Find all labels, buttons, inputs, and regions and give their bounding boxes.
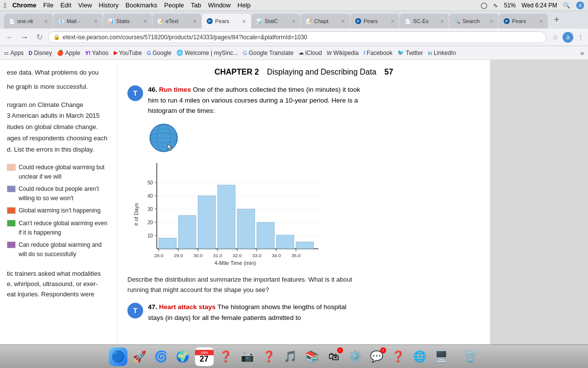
bookmark-wikipedia[interactable]: W Wikipedia	[327, 50, 359, 56]
forward-button[interactable]: →	[19, 33, 30, 42]
legend-color-1	[7, 164, 16, 171]
chapter-header: CHAPTER 2 Displaying and Describing Data…	[127, 68, 480, 77]
bar-1	[159, 238, 176, 249]
back-button[interactable]: ←	[4, 33, 16, 42]
dock-music[interactable]: 🎵	[281, 347, 300, 366]
dock-appstore[interactable]: 🛍 1	[324, 347, 343, 366]
tab-label: Pears	[364, 18, 378, 24]
description-body: Describe the distribution and summarize …	[127, 276, 352, 293]
account-icon[interactable]: a	[563, 32, 573, 43]
bookmark-linkedin[interactable]: in LinkedIn	[428, 50, 456, 56]
tab-etext[interactable]: 📝 eText ✕	[152, 14, 201, 28]
tabbar: 📄 one.nk ✕ 📧 Mail - ✕ 📊 Statis ✕ 📝 eText…	[0, 11, 588, 28]
tab-sc[interactable]: 📄 SC-Ex ✕	[400, 14, 449, 28]
svg-text:28.0: 28.0	[154, 253, 164, 258]
tab-close[interactable]: ✕	[440, 19, 444, 24]
bookmark-label: Google Translate	[248, 50, 293, 56]
bookmark-apps[interactable]: ⚏ Apps	[4, 50, 24, 56]
tab-statc[interactable]: 📊 StatC ✕	[251, 14, 300, 28]
notes-icon: ❓	[219, 350, 232, 363]
refresh-button[interactable]: ↻	[33, 32, 45, 42]
svg-text:30.0: 30.0	[194, 253, 203, 258]
dock-messages[interactable]: 💬 2	[368, 347, 386, 366]
tab-pearson2[interactable]: P Pears ✕	[350, 14, 399, 28]
tab-close[interactable]: ✕	[94, 19, 98, 24]
tab-pearson-active[interactable]: P Pears ✕	[202, 14, 251, 28]
tab-close[interactable]: ✕	[292, 19, 295, 24]
bookmark-label: LinkedIn	[434, 50, 456, 56]
tab-chapt[interactable]: 📝 Chapt ✕	[301, 14, 350, 28]
dock-launchpad[interactable]: 🚀	[130, 347, 149, 366]
bookmark-facebook[interactable]: f Facebook	[364, 50, 392, 56]
histogram-container: # of Days 10 20	[132, 158, 480, 273]
dock-notes[interactable]: ❓	[217, 347, 235, 366]
dock-twitter-app[interactable]: 🌍	[173, 347, 192, 366]
menu-view[interactable]: View	[78, 1, 92, 9]
bookmark-mysinc[interactable]: 🌐 Welcome | mySinc...	[176, 50, 238, 56]
dock-sysprefs[interactable]: ⚙️	[346, 347, 365, 366]
tab-close[interactable]: ✕	[44, 19, 48, 24]
problem-47-icon: T	[127, 303, 143, 318]
star-icon[interactable]: ☆	[552, 33, 559, 41]
url-input[interactable]: 🔒 etext-ise.pearson.com/courses/5718200/…	[48, 31, 546, 43]
description-text: Describe the distribution and summarize …	[127, 275, 363, 295]
bookmark-icloud[interactable]: ☁ iCloud	[298, 50, 322, 56]
menu-dots-icon[interactable]: ⋮	[577, 33, 584, 41]
bar-5	[237, 209, 255, 249]
dock-calendar[interactable]: JAN 27	[195, 347, 214, 366]
menu-bookmarks[interactable]: Bookmarks	[125, 1, 157, 9]
dock-books[interactable]: 📚	[303, 347, 321, 366]
svg-text:31.0: 31.0	[213, 253, 222, 258]
dock-help2[interactable]: ❓	[389, 347, 408, 366]
tab-statis[interactable]: 📊 Statis ✕	[103, 14, 152, 28]
tab-pearson3[interactable]: P Pears ✕	[499, 14, 548, 28]
help2-icon: ❓	[392, 350, 405, 363]
tab-close[interactable]: ✕	[143, 19, 147, 24]
dock-desktop[interactable]: 🖥️	[432, 347, 451, 366]
bookmark-disney[interactable]: D Disney	[28, 50, 52, 56]
bookmark-yahoo[interactable]: Y! Yahoo	[85, 50, 109, 56]
bookmark-translate[interactable]: G Google Translate	[243, 50, 294, 56]
bookmark-label: Disney	[34, 50, 52, 56]
bookmark-youtube[interactable]: ▶ YouTube	[114, 50, 142, 56]
user-icon[interactable]: a	[576, 1, 584, 9]
menu-file[interactable]: File	[43, 1, 53, 9]
tab-mail[interactable]: 📧 Mail - ✕	[53, 14, 102, 28]
problem-46-number: 46.	[148, 86, 157, 93]
legend-text-2: Could reduce but people aren't willing t…	[19, 184, 110, 203]
tab-close[interactable]: ✕	[391, 19, 394, 24]
tab-close[interactable]: ✕	[242, 19, 246, 24]
disney-icon: D	[28, 50, 32, 56]
new-tab-button[interactable]: +	[550, 13, 563, 26]
apple-menu-icon[interactable]: 	[4, 1, 6, 9]
menu-people[interactable]: People	[164, 1, 184, 9]
svg-text:10: 10	[147, 233, 153, 238]
menu-window[interactable]: Window	[208, 1, 231, 9]
tab-close[interactable]: ✕	[539, 19, 543, 24]
tab-search[interactable]: 🔍 Search ✕	[449, 14, 498, 28]
dock-chrome[interactable]: 🌐	[411, 347, 429, 366]
menu-tab[interactable]: Tab	[191, 1, 201, 9]
menu-history[interactable]: History	[99, 1, 119, 9]
menu-chrome[interactable]: Chrome	[12, 1, 36, 9]
icloud-icon: ☁	[298, 50, 304, 56]
search-menubar-icon[interactable]: 🔍	[563, 2, 570, 9]
dock-help1[interactable]: ❓	[260, 347, 278, 366]
bookmarks-more[interactable]: »	[580, 49, 584, 57]
bookmark-apple[interactable]: 🍎 Apple	[57, 50, 80, 56]
menu-help[interactable]: Help	[238, 1, 251, 9]
bookmark-twitter[interactable]: 🐦 Twitter	[397, 50, 423, 56]
dock-siri[interactable]: 🌀	[152, 347, 171, 366]
menu-edit[interactable]: Edit	[60, 1, 71, 9]
tab-close[interactable]: ✕	[341, 19, 345, 24]
dock-trash[interactable]: 🗑️	[461, 347, 480, 366]
tab-close[interactable]: ✕	[193, 19, 196, 24]
globe-svg	[148, 122, 180, 154]
tab-onenk[interactable]: 📄 one.nk ✕	[4, 14, 53, 28]
tab-favicon: 📊	[256, 19, 262, 24]
bookmark-google[interactable]: G Google	[147, 50, 172, 56]
dock-finder[interactable]: 🔵	[109, 347, 127, 366]
tab-label: Pears	[512, 18, 526, 24]
dock-photos[interactable]: 📷	[238, 347, 257, 366]
tab-close[interactable]: ✕	[490, 19, 493, 24]
